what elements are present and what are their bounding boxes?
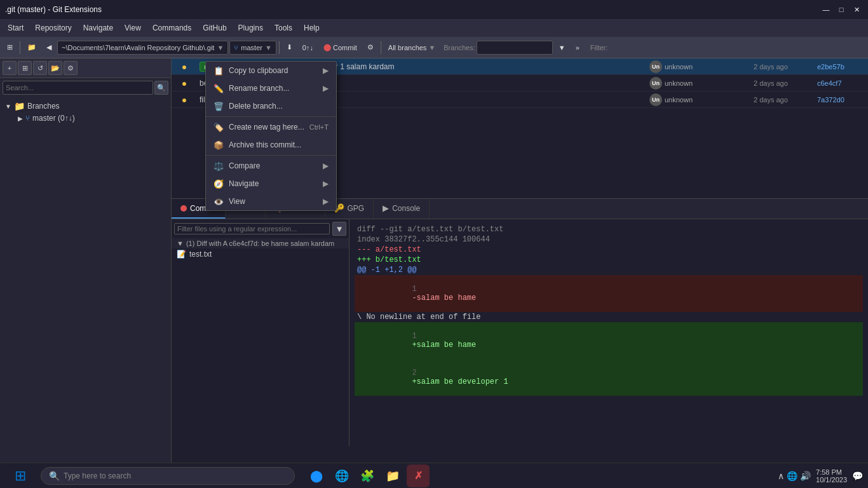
left-refresh-btn[interactable]: ↺	[33, 61, 47, 75]
chevron-up-icon[interactable]: ∧	[778, 471, 784, 481]
taskbar-apps: ⬤ 🌐 🧩 📁 ✗	[305, 464, 430, 487]
commit-dot-icon-2: ●	[182, 95, 187, 105]
tree-area: ▼ 📁 Branches ▶ ⑂ master (0↑↓)	[0, 97, 171, 463]
toolbar-start[interactable]: ⊞	[3, 39, 17, 56]
ctx-item-compare[interactable]: ⚖️ Compare ▶	[206, 157, 336, 175]
toolbar-sep-3	[381, 41, 381, 54]
menu-bar: Start Repository Navigate View Commands …	[0, 19, 868, 37]
git-extensions-icon: ✗	[414, 470, 423, 482]
bottom-panel: Commit ≋ Diff 🌳 File tree 🔑 GPG ▶ Consol…	[172, 198, 868, 446]
ctx-item-rename-branch[interactable]: ✏️ Rename branch... ▶	[206, 79, 336, 97]
system-clock: 7:58 PM 10/1/2023	[816, 468, 847, 484]
diff-line-0: diff --git a/test.txt b/test.txt	[355, 224, 863, 234]
hash-col-2: 7a372d0	[817, 96, 868, 104]
diff-section-header[interactable]: ▼ (1) Diff with A c6e4cf7d: be hame sala…	[172, 238, 349, 248]
hash-col-1: c6e4cf7	[817, 79, 868, 87]
minimize-button[interactable]: —	[820, 3, 832, 16]
toolbar-branch-input[interactable]	[477, 41, 553, 55]
left-search-btn[interactable]: 🔍	[154, 81, 168, 95]
tree-item-master[interactable]: ▶ ⑂ master (0↑↓)	[15, 112, 168, 124]
ctx-sep-1	[206, 116, 336, 117]
taskbar-app-chrome[interactable]: 🌐	[330, 464, 353, 487]
ctx-item-view[interactable]: 👁️ View ▶	[206, 193, 336, 210]
taskbar-app-jetbrains[interactable]: 🧩	[356, 464, 379, 487]
chrome-icon: 🌐	[335, 469, 349, 483]
menu-github[interactable]: GitHub	[198, 21, 231, 35]
diff-line-6: \ No newline at end of file	[355, 312, 863, 322]
ctx-arrow-8: ▶	[323, 179, 329, 188]
ctx-item-navigate[interactable]: 🧭 Navigate ▶	[206, 175, 336, 193]
avatar-0: Un	[649, 60, 662, 73]
menu-commands[interactable]: Commands	[147, 21, 196, 35]
close-button[interactable]: ✕	[850, 3, 863, 16]
file-icon: 📝	[177, 250, 186, 259]
diff-line-8: 2 +salam be developer 1	[355, 359, 863, 396]
toolbar-counter[interactable]: 0↑↓	[298, 39, 318, 56]
notification-icon[interactable]: 💬	[852, 471, 863, 481]
toolbar-sep-2	[279, 41, 280, 54]
toolbar-commit[interactable]: ⬤ Commit	[319, 39, 362, 56]
start-button[interactable]: ⊞	[5, 461, 36, 489]
menu-tools[interactable]: Tools	[269, 21, 297, 35]
menu-plugins[interactable]: Plugins	[233, 21, 268, 35]
author-col-2: unknown	[665, 96, 754, 104]
clipboard-icon: 📋	[214, 65, 224, 76]
toolbar-settings[interactable]: ⚙	[363, 39, 378, 56]
menu-repository[interactable]: Repository	[30, 21, 76, 35]
ctx-arrow-9: ▶	[323, 197, 329, 206]
toolbar-back[interactable]: ◀	[42, 39, 56, 56]
tree-item-branches[interactable]: ▼ 📁 Branches	[3, 100, 168, 112]
taskbar-app-explorer[interactable]: 📁	[381, 464, 404, 487]
title-bar: .git (master) - Git Extensions — □ ✕	[0, 0, 868, 19]
date-col-2: 2 days ago	[754, 96, 817, 104]
ctx-item-create-tag[interactable]: 🏷️ Create new tag here... Ctrl+T	[206, 118, 336, 136]
ctx-item-delete-branch[interactable]: 🗑️ Delete branch...	[206, 97, 336, 115]
taskbar: ⊞ 🔍 Type here to search ⬤ 🌐 🧩 📁 ✗ ∧ 🌐 🔊 …	[0, 463, 868, 488]
section-collapse-icon: ▼	[177, 240, 184, 247]
toolbar-fetch[interactable]: ⬇	[282, 39, 297, 56]
navigate-icon: 🧭	[214, 179, 224, 189]
graph-col-2: ●	[172, 95, 197, 105]
title-bar-controls: — □ ✕	[820, 3, 863, 16]
left-search-input[interactable]	[3, 81, 153, 95]
filter-input[interactable]	[174, 223, 330, 234]
ctx-item-copy-clipboard[interactable]: 📋 Copy to clipboard ▶	[206, 62, 336, 79]
menu-view[interactable]: View	[119, 21, 146, 35]
maximize-button[interactable]: □	[835, 3, 848, 16]
jetbrains-icon: 🧩	[360, 469, 374, 483]
chevron-down-icon: ▼	[5, 103, 11, 110]
search-row: 🔍	[0, 78, 171, 97]
toolbar-filter[interactable]: ▼	[554, 39, 570, 56]
menu-help[interactable]: Help	[299, 21, 325, 35]
console-tab-icon: ▶	[383, 203, 389, 213]
menu-start[interactable]: Start	[3, 21, 29, 35]
file-list-panel: ▼ ▼ (1) Diff with A c6e4cf7d: be hame sa…	[172, 219, 349, 446]
file-item-test[interactable]: 📝 test.txt	[172, 248, 349, 260]
toolbar-more[interactable]: »	[571, 39, 584, 56]
commit-dot-icon-1: ●	[182, 78, 187, 88]
file-explorer-icon: 📁	[386, 469, 400, 483]
left-settings-btn[interactable]: ⚙	[64, 61, 78, 75]
taskbar-app-cortana[interactable]: ⬤	[305, 464, 328, 487]
tab-console[interactable]: ▶ Console	[374, 199, 430, 219]
diff-line-2: --- a/test.txt	[355, 245, 863, 255]
filter-toggle-btn[interactable]: ▼	[332, 222, 346, 236]
left-grid-btn[interactable]: ⊞	[18, 61, 32, 75]
ctx-item-archive[interactable]: 📦 Archive this commit...	[206, 136, 336, 154]
volume-icon[interactable]: 🔊	[800, 471, 811, 481]
network-icon[interactable]: 🌐	[787, 471, 797, 481]
left-folder-btn[interactable]: 📂	[48, 61, 62, 75]
branch-icon: ⑂	[25, 114, 30, 123]
toolbar-branch-picker[interactable]: ⑂ master ▼	[229, 41, 276, 55]
left-add-btn[interactable]: +	[3, 61, 17, 75]
diff-line-3: +++ b/test.txt	[355, 255, 863, 265]
taskbar-search[interactable]: 🔍 Type here to search	[41, 467, 295, 485]
avatar-1: Un	[649, 77, 662, 90]
tree-sub-branches: ▶ ⑂ master (0↑↓)	[3, 112, 168, 124]
toolbar-all-branches[interactable]: All branches ▼	[384, 39, 440, 56]
taskbar-app-gitextensions[interactable]: ✗	[407, 464, 430, 487]
menu-navigate[interactable]: Navigate	[78, 21, 118, 35]
filter-row: ▼	[172, 219, 349, 238]
diff-line-4: @@ -1 +1,2 @@	[355, 265, 863, 275]
toolbar-repo-open[interactable]: 📁	[23, 39, 41, 56]
